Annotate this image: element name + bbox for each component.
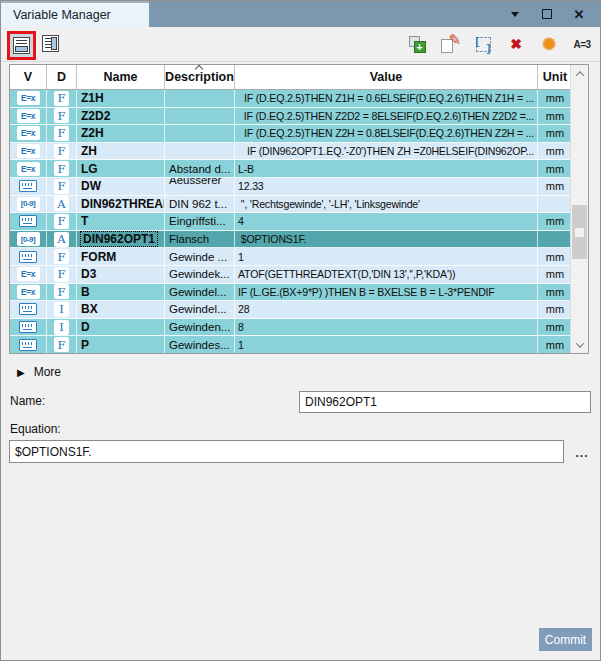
- scroll-up-button[interactable]: [571, 65, 588, 82]
- variable-name-cell[interactable]: DIN962OPT1: [77, 231, 165, 248]
- value-cell[interactable]: 4: [235, 213, 538, 230]
- data-type-cell: F: [47, 336, 77, 353]
- value-cell[interactable]: 8: [235, 319, 538, 336]
- description-cell[interactable]: Abstand d...: [165, 160, 235, 177]
- description-cell[interactable]: Aeusserer ...: [165, 178, 235, 195]
- window-title-tab[interactable]: Variable Manager: [1, 1, 149, 27]
- value-type-cell: [10, 248, 47, 265]
- variable-name-cell[interactable]: BX: [77, 301, 165, 318]
- header-value[interactable]: Value: [235, 65, 538, 89]
- value-text: IF (D.EQ.2.5)THEN Z2D2 = 8ELSEIF(D.EQ.2.…: [244, 110, 534, 122]
- gear-icon: ✺: [542, 36, 556, 53]
- value-cell[interactable]: L-B: [235, 160, 538, 177]
- vertical-scrollbar[interactable]: [570, 65, 588, 353]
- more-expander[interactable]: ▶ More: [17, 365, 61, 379]
- table-row[interactable]: [0-9]ADIN962OPT1Flansch $OPTIONS1F.: [10, 231, 570, 249]
- value-cell[interactable]: IF (D.EQ.2.5)THEN Z1H = 0.6ELSEIF(D.EQ.2…: [235, 90, 538, 107]
- header-description[interactable]: Description: [165, 65, 235, 89]
- variable-name-cell[interactable]: LG: [77, 160, 165, 177]
- description-cell[interactable]: Gewindel...: [165, 301, 235, 318]
- equation-browse-button[interactable]: ...: [571, 442, 593, 460]
- description-cell[interactable]: Eingriffsti...: [165, 213, 235, 230]
- table-row[interactable]: FPGewindes...1mm: [10, 336, 570, 353]
- data-type-cell: F: [47, 90, 77, 107]
- variable-name-cell[interactable]: D3: [77, 266, 165, 283]
- value-cell[interactable]: 1: [235, 336, 538, 353]
- description-cell[interactable]: [165, 125, 235, 142]
- evaluate-button[interactable]: A=3: [572, 34, 592, 54]
- variable-name: DIN962THREAD: [81, 197, 165, 211]
- scroll-down-button[interactable]: [571, 336, 588, 353]
- unit-text: mm: [546, 180, 564, 192]
- header-v[interactable]: V: [10, 65, 47, 89]
- commit-button[interactable]: Commit: [539, 628, 592, 651]
- edit-formula-button[interactable]: ✎: [440, 34, 460, 54]
- table-row[interactable]: FTEingriffsti...4mm: [10, 213, 570, 231]
- variable-name-cell[interactable]: Z2H: [77, 125, 165, 142]
- variable-name-cell[interactable]: DIN962THREAD: [77, 196, 165, 213]
- variable-name-cell[interactable]: B: [77, 284, 165, 301]
- scrollbar-thumb[interactable]: [572, 205, 587, 259]
- variable-name: D: [81, 320, 90, 334]
- variable-name-cell[interactable]: FORM: [77, 248, 165, 265]
- equation-input[interactable]: [9, 440, 564, 463]
- name-input[interactable]: [299, 391, 591, 413]
- description-cell[interactable]: DIN 962 t...: [165, 196, 235, 213]
- close-button[interactable]: ✕: [568, 4, 590, 24]
- highlight-annotation: [7, 31, 36, 60]
- value-cell[interactable]: ATOF(GETTHREADTEXT(D,'DIN 13','',P,'KDA'…: [235, 266, 538, 283]
- table-row[interactable]: [0-9]ADIN962THREADDIN 962 t... '', 'Rech…: [10, 196, 570, 214]
- value-cell[interactable]: $OPTIONS1F.: [235, 231, 538, 248]
- header-d[interactable]: D: [47, 65, 77, 89]
- header-unit[interactable]: Unit: [538, 65, 570, 89]
- variable-name-cell[interactable]: ZH: [77, 143, 165, 160]
- variable-name-cell[interactable]: Z2D2: [77, 108, 165, 125]
- variable-name-cell[interactable]: T: [77, 213, 165, 230]
- variable-name-cell[interactable]: DW: [77, 178, 165, 195]
- value-cell[interactable]: IF (DIN962OPT1.EQ.'-Z0')THEN ZH =Z0HELSE…: [235, 143, 538, 160]
- description-cell[interactable]: Flansch: [165, 231, 235, 248]
- table-row[interactable]: E=xFLGAbstand d...L-Bmm: [10, 160, 570, 178]
- variable-name-cell[interactable]: P: [77, 336, 165, 353]
- value-cell[interactable]: 28: [235, 301, 538, 318]
- description-cell[interactable]: [165, 90, 235, 107]
- description-cell[interactable]: Gewindek...: [165, 266, 235, 283]
- vertical-view-button[interactable]: [42, 35, 59, 52]
- table-row[interactable]: E=xFZ2HIF (D.EQ.2.5)THEN Z2H = 0.8ELSEIF…: [10, 125, 570, 143]
- table-row[interactable]: FFORMGewinde ...1mm: [10, 248, 570, 266]
- table-row[interactable]: E=xFD3Gewindek...ATOF(GETTHREADTEXT(D,'D…: [10, 266, 570, 284]
- description-cell[interactable]: Gewindes...: [165, 336, 235, 353]
- horizontal-view-button[interactable]: [13, 37, 30, 54]
- variable-name-cell[interactable]: Z1H: [77, 90, 165, 107]
- table-row[interactable]: E=xFZ2D2IF (D.EQ.2.5)THEN Z2D2 = 8ELSEIF…: [10, 108, 570, 126]
- description-cell[interactable]: [165, 108, 235, 125]
- add-variable-button[interactable]: +: [407, 34, 427, 54]
- description-cell[interactable]: Gewindel...: [165, 284, 235, 301]
- description-cell[interactable]: Gewinden...: [165, 319, 235, 336]
- delete-variable-button[interactable]: ✖: [506, 34, 526, 54]
- options-button[interactable]: ✺: [539, 34, 559, 54]
- table-row[interactable]: E=xFZ1HIF (D.EQ.2.5)THEN Z1H = 0.6ELSEIF…: [10, 90, 570, 108]
- header-name[interactable]: Name: [77, 65, 165, 89]
- value-text: 1: [238, 251, 244, 263]
- variable-name-cell[interactable]: D: [77, 319, 165, 336]
- value-cell[interactable]: '', 'Rechtsgewinde', '-LH', 'Linksgewind…: [235, 196, 538, 213]
- value-cell[interactable]: IF (L.GE.(BX+9*P) )THEN B = BXELSE B = L…: [235, 284, 538, 301]
- table-row[interactable]: E=xFZHIF (DIN962OPT1.EQ.'-Z0')THEN ZH =Z…: [10, 143, 570, 161]
- value-cell[interactable]: IF (D.EQ.2.5)THEN Z2H = 0.8ELSEIF(D.EQ.2…: [235, 125, 538, 142]
- value-cell[interactable]: 1: [235, 248, 538, 265]
- copy-link-button[interactable]: []: [473, 34, 493, 54]
- value-cell[interactable]: 12.33: [235, 178, 538, 195]
- maximize-button[interactable]: [536, 4, 558, 24]
- unit-cell: mm: [538, 213, 570, 230]
- table-row[interactable]: IDGewinden...8mm: [10, 319, 570, 337]
- value-source-label: E=x: [21, 93, 35, 103]
- value-text: IF (L.GE.(BX+9*P) )THEN B = BXELSE B = L…: [238, 286, 495, 298]
- table-row[interactable]: FDWAeusserer ...12.33mm: [10, 178, 570, 196]
- value-cell[interactable]: IF (D.EQ.2.5)THEN Z2D2 = 8ELSEIF(D.EQ.2.…: [235, 108, 538, 125]
- dock-menu-button[interactable]: [504, 4, 526, 24]
- description-cell[interactable]: [165, 143, 235, 160]
- table-row[interactable]: E=xFBGewindel...IF (L.GE.(BX+9*P) )THEN …: [10, 284, 570, 302]
- table-row[interactable]: IBXGewindel...28mm: [10, 301, 570, 319]
- description-cell[interactable]: Gewinde ...: [165, 248, 235, 265]
